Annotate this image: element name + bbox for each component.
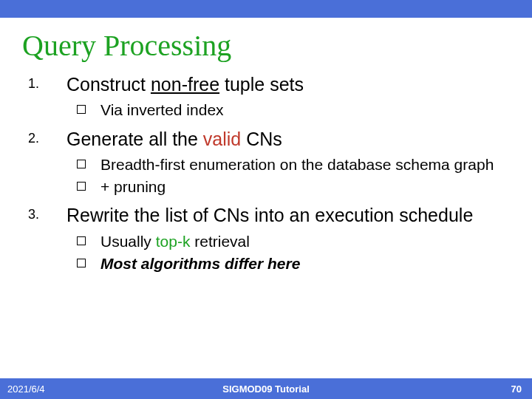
sub-item: + pruning — [66, 177, 510, 197]
sub-list: Via inverted index — [66, 100, 510, 120]
sub-item-text: Via inverted index — [100, 101, 224, 118]
sub-item-text: + pruning — [100, 178, 166, 195]
sub-item: Breadth-first enumeration on the databas… — [66, 155, 510, 174]
text-fragment: CNs — [241, 129, 282, 149]
ordered-list: Construct non-free tuple sets Via invert… — [22, 73, 510, 273]
sub-item: Usually top-k retrieval — [66, 232, 510, 251]
text-fragment: Generate all the — [66, 129, 203, 149]
text-fragment: Usually — [100, 233, 156, 250]
sub-item-text: Usually top-k retrieval — [100, 233, 250, 250]
text-fragment: retrieval — [190, 233, 250, 250]
sub-item-text-emphasis: Most algorithms differ here — [100, 255, 300, 272]
underlined-term: non-free — [151, 74, 219, 95]
list-item-2: Generate all the valid CNs Breadth-first… — [22, 128, 510, 197]
sub-list: Breadth-first enumeration on the databas… — [66, 155, 510, 197]
list-item-2-text: Generate all the valid CNs — [66, 128, 510, 151]
sub-item-text: Breadth-first enumeration on the databas… — [100, 156, 494, 173]
highlight-green: top-k — [156, 233, 191, 250]
footer-bar: 2021/6/4 SIGMOD09 Tutorial 70 — [0, 378, 532, 399]
sub-list: Usually top-k retrieval Most algorithms … — [66, 232, 510, 274]
list-item-1: Construct non-free tuple sets Via invert… — [22, 73, 510, 120]
slide-title: Query Processing — [22, 28, 532, 63]
text-fragment: tuple sets — [219, 74, 304, 95]
footer-title: SIGMOD09 Tutorial — [0, 383, 532, 395]
top-accent-bar — [0, 0, 532, 18]
slide-content: Construct non-free tuple sets Via invert… — [0, 73, 532, 273]
highlight-red: valid — [203, 129, 241, 149]
footer-date: 2021/6/4 — [7, 383, 45, 395]
list-item-3: Rewrite the list of CNs into an executio… — [22, 204, 510, 273]
sub-item: Via inverted index — [66, 100, 510, 120]
list-item-1-text: Construct non-free tuple sets — [66, 73, 510, 96]
sub-item: Most algorithms differ here — [66, 254, 510, 273]
text-fragment: Construct — [66, 74, 151, 95]
footer-page-number: 70 — [511, 383, 522, 395]
list-item-3-text: Rewrite the list of CNs into an executio… — [66, 204, 510, 227]
